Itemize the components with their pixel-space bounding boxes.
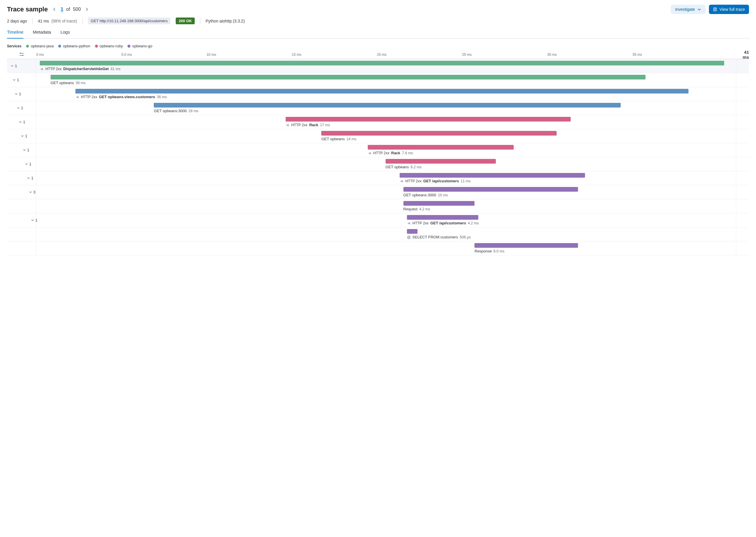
trace-pager: 1 of 500 <box>51 6 90 13</box>
pager-next-button[interactable] <box>84 6 90 13</box>
span-name: GET opbeans:3000 <box>403 193 436 197</box>
row-right-gutter <box>736 199 749 213</box>
span-row[interactable]: 1HTTP 2xxGET opbeans.views.customers36 m… <box>7 87 749 101</box>
span-toggle[interactable]: 1 <box>7 92 21 96</box>
request-pill: GET http://10.11.249.198:3000/api/custom… <box>88 18 171 24</box>
span-duration: 6.0 ms <box>494 249 505 253</box>
span-toggle[interactable]: 1 <box>7 176 33 180</box>
span-bar[interactable] <box>321 131 556 136</box>
pager-prev-button[interactable] <box>51 6 58 13</box>
span-label: HTTP 2xxDispatcherServlet#doGet41 ms <box>40 66 120 71</box>
span-toggle[interactable]: 1 <box>7 106 23 110</box>
swatch-icon <box>58 45 61 48</box>
row-right-gutter <box>736 73 749 87</box>
axis-tick: 30 ms <box>547 53 557 57</box>
span-row[interactable]: 3GET opbeans:300010 ms <box>7 185 749 199</box>
tab-logs[interactable]: Logs <box>61 29 70 39</box>
span-name: Rack <box>391 151 400 155</box>
pager-current[interactable]: 1 <box>61 7 63 12</box>
tab-timeline[interactable]: Timeline <box>7 29 23 39</box>
tab-metadata[interactable]: Metadata <box>33 29 51 39</box>
span-child-count: 1 <box>19 92 21 96</box>
span-toggle[interactable]: 3 <box>7 190 35 194</box>
span-label: HTTP 2xxGET opbeans.views.customers36 ms <box>75 95 167 99</box>
legend-opbeans-ruby: opbeans-ruby <box>95 44 123 48</box>
span-bar[interactable] <box>154 103 621 107</box>
span-duration: 17 ms <box>320 123 330 127</box>
span-duration: 10 ms <box>438 193 448 197</box>
span-bar[interactable] <box>368 145 514 149</box>
span-row[interactable]: SELECT FROM customers506 µs <box>7 227 749 241</box>
span-row[interactable]: Request4.2 ms <box>7 199 749 213</box>
span-bar[interactable] <box>286 117 571 122</box>
span-toggle[interactable]: 1 <box>7 134 27 138</box>
span-row[interactable]: 1GET opbeans:300028 ms <box>7 101 749 115</box>
span-name: GET opbeans <box>51 81 74 85</box>
status-pill: 200 OK <box>176 18 195 24</box>
span-bar[interactable] <box>40 61 724 65</box>
span-toggle[interactable]: 1 <box>7 78 19 82</box>
span-child-count: 1 <box>27 148 29 152</box>
investigate-label: Investigate <box>675 7 695 12</box>
incoming-request-icon <box>407 221 411 225</box>
view-full-trace-button[interactable]: View full trace <box>709 5 749 14</box>
svg-point-1 <box>408 236 410 237</box>
span-bar[interactable] <box>51 75 646 79</box>
axis-tick: 20 ms <box>377 53 386 57</box>
row-right-gutter <box>736 129 749 143</box>
span-row[interactable]: Response6.0 ms <box>7 241 749 255</box>
span-toggle[interactable]: 1 <box>7 120 25 124</box>
chevron-down-icon <box>697 7 701 11</box>
span-bar[interactable] <box>385 159 496 164</box>
span-row[interactable]: 1HTTP 2xxRack7.8 ms <box>7 143 749 157</box>
swatch-icon <box>26 45 29 48</box>
span-row[interactable]: 1HTTP 2xxRack17 ms <box>7 115 749 129</box>
span-bar[interactable] <box>474 243 578 248</box>
trace-icon <box>713 7 717 11</box>
span-duration: 28 ms <box>189 109 199 113</box>
incoming-request-icon <box>286 123 289 127</box>
span-name: GET opbeans:3000 <box>154 109 187 113</box>
span-row[interactable]: 1GET opbeans36 ms <box>7 73 749 87</box>
span-child-count: 1 <box>23 120 25 124</box>
agent-label: Python aiohttp (3.3.2) <box>205 19 245 23</box>
investigate-button[interactable]: Investigate <box>671 5 705 14</box>
span-bar[interactable] <box>403 187 578 192</box>
span-child-count: 1 <box>29 162 31 166</box>
incoming-request-icon <box>400 179 403 183</box>
span-name: GET opbeans.views.customers <box>99 95 155 99</box>
span-bar[interactable] <box>400 173 585 178</box>
span-toggle[interactable]: 1 <box>7 218 37 222</box>
span-row[interactable]: 1GET opbeans14 ms <box>7 129 749 143</box>
filter-icon[interactable] <box>19 52 24 57</box>
span-toggle[interactable]: 1 <box>7 162 31 166</box>
trace-meta: 2 days ago 41 ms (98% of trace) GET http… <box>7 18 749 24</box>
incoming-request-icon <box>40 66 44 71</box>
row-right-gutter <box>736 115 749 129</box>
span-bar[interactable] <box>403 201 475 206</box>
span-row[interactable]: 1GET opbeans6.2 ms <box>7 157 749 171</box>
span-duration: 36 ms <box>157 95 167 99</box>
span-child-count: 3 <box>33 190 35 194</box>
services-label: Services <box>7 44 22 48</box>
span-row[interactable]: 1HTTP 2xxGET /api/customers4.2 ms <box>7 213 749 227</box>
span-bar[interactable] <box>407 215 478 220</box>
header: Trace sample 1 of 500 Investigate View f… <box>7 5 749 14</box>
incoming-request-icon <box>368 151 372 155</box>
span-duration: 14 ms <box>346 137 356 141</box>
span-row[interactable]: 1HTTP 2xxGET /api/customers11 ms <box>7 171 749 185</box>
span-bar[interactable] <box>407 229 418 234</box>
axis-tick: 5.0 ms <box>121 53 132 57</box>
span-toggle[interactable]: 1 <box>7 148 29 152</box>
span-label: GET opbeans:300028 ms <box>154 109 199 113</box>
http-status: HTTP 2xx <box>291 123 307 127</box>
row-right-gutter <box>736 143 749 157</box>
legend-label: opbeans-go <box>132 44 152 48</box>
row-right-gutter <box>736 213 749 227</box>
span-bar[interactable] <box>75 89 689 94</box>
span-row[interactable]: 1HTTP 2xxDispatcherServlet#doGet41 ms <box>7 59 749 73</box>
legend-opbeans-python: opbeans-python <box>58 44 90 48</box>
span-name: Rack <box>309 123 318 127</box>
span-toggle[interactable]: 1 <box>7 64 17 68</box>
row-right-gutter <box>736 59 749 73</box>
